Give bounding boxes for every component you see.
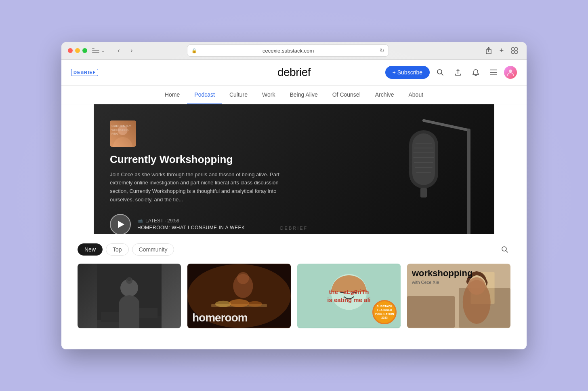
podcast-title: Currently Workshopping xyxy=(110,153,288,166)
header-actions: + Subscribe xyxy=(385,65,517,80)
site-header: debrief debrief + Subscribe xyxy=(61,60,527,86)
play-button[interactable] xyxy=(110,214,131,234)
post-thumbnail-2: homeroom xyxy=(187,264,291,328)
traffic-lights xyxy=(68,48,87,53)
reload-button[interactable]: ↻ xyxy=(380,47,384,54)
podcast-player: 📹 LATEST · 29:59 HOMEROOM: WHAT I CONSUM… xyxy=(110,214,288,234)
nav-work[interactable]: Work xyxy=(255,86,282,104)
mic-background xyxy=(254,104,494,234)
podcast-thumbnail[interactable]: CURRENTLY WORKSHOP- PING xyxy=(110,120,136,147)
minimize-button[interactable] xyxy=(75,48,80,53)
algo-title: the ~aLg0riThis eating me ali xyxy=(327,288,371,304)
play-icon xyxy=(118,221,124,228)
svg-text:WORKSHOP-: WORKSHOP- xyxy=(111,129,130,131)
url-text: cecexie.substack.com xyxy=(200,48,377,54)
svg-line-6 xyxy=(424,120,469,130)
share-button[interactable] xyxy=(483,45,494,56)
upload-button[interactable] xyxy=(451,65,465,80)
content-section: New Top Community xyxy=(61,234,527,338)
post-thumbnail-1 xyxy=(78,264,181,328)
svg-point-35 xyxy=(215,300,231,307)
svg-rect-17 xyxy=(420,188,427,197)
podcast-hero: CURRENTLY WORKSHOP- PING Currently Works… xyxy=(94,104,494,234)
svg-rect-0 xyxy=(512,48,514,50)
browser-window: ⌄ ‹ › 🔒 cecexie.substack.com ↻ + deb xyxy=(61,42,527,349)
avatar[interactable] xyxy=(504,66,517,79)
post-thumbnail-3: the ~aLg0riThis eating me ali SUBSTACKFE… xyxy=(297,264,401,328)
forward-button[interactable]: › xyxy=(126,45,137,56)
episode-title: HOMEROOM: WHAT I CONSUME IN A WEEK xyxy=(137,225,245,230)
svg-rect-2 xyxy=(512,51,514,53)
site-nav: Home Podcast Culture Work Being Alive Of… xyxy=(61,86,527,104)
workshopping-title: workshopping xyxy=(412,268,506,278)
svg-point-36 xyxy=(229,299,249,307)
homeroom-overlay: homeroom xyxy=(187,307,291,328)
back-button[interactable]: ‹ xyxy=(113,45,124,56)
episode-meta: 📹 LATEST · 29:59 xyxy=(137,218,245,224)
svg-point-4 xyxy=(437,70,442,74)
svg-text:CURRENTLY: CURRENTLY xyxy=(111,124,131,128)
svg-point-19 xyxy=(118,125,128,135)
filter-community[interactable]: Community xyxy=(132,243,174,256)
notifications-button[interactable] xyxy=(468,65,483,80)
content-filters: New Top Community xyxy=(78,243,510,256)
search-button[interactable] xyxy=(433,65,447,80)
site-title: debrief xyxy=(277,66,311,79)
svg-text:PING: PING xyxy=(111,132,118,135)
video-icon: 📹 xyxy=(137,218,143,224)
svg-rect-9 xyxy=(412,133,435,185)
lock-icon: 🔒 xyxy=(191,48,197,53)
nav-of-counsel[interactable]: Of Counsel xyxy=(325,86,368,104)
close-button[interactable] xyxy=(68,48,73,53)
nav-culture[interactable]: Culture xyxy=(222,86,255,104)
filter-top[interactable]: Top xyxy=(106,243,129,256)
nav-being-alive[interactable]: Being Alive xyxy=(282,86,325,104)
subscribe-button[interactable]: + Subscribe xyxy=(385,66,430,79)
nav-about[interactable]: About xyxy=(401,86,430,104)
hero-content: CURRENTLY WORKSHOP- PING Currently Works… xyxy=(110,120,288,234)
nav-home[interactable]: Home xyxy=(158,86,187,104)
posts-grid: homeroom xyxy=(78,264,510,328)
algo-badge: SUBSTACKFEATUREDPUBLICATION2023 xyxy=(372,297,397,324)
sidebar-icon xyxy=(92,48,99,53)
svg-point-5 xyxy=(509,70,512,73)
nav-controls: ‹ › xyxy=(113,45,137,56)
tabs-button[interactable] xyxy=(509,45,520,56)
post-thumbnail-4: workshopping with Cece Xie xyxy=(407,264,510,328)
svg-point-31 xyxy=(127,277,131,281)
episode-label: LATEST · 29:59 xyxy=(145,218,179,224)
podcast-description: Join Cece as she works through the peril… xyxy=(110,171,288,204)
menu-button[interactable] xyxy=(486,65,501,80)
svg-point-23 xyxy=(502,247,506,251)
maximize-button[interactable] xyxy=(82,48,87,53)
nav-podcast[interactable]: Podcast xyxy=(187,86,222,104)
website-content: debrief debrief + Subscribe xyxy=(61,60,527,349)
post-card-2[interactable]: homeroom xyxy=(187,264,291,328)
sidebar-toggle[interactable]: ⌄ xyxy=(92,48,105,53)
browser-actions: + xyxy=(483,45,520,56)
svg-rect-18 xyxy=(110,120,136,147)
site-logo: debrief xyxy=(71,69,98,76)
svg-rect-1 xyxy=(515,48,517,50)
svg-point-37 xyxy=(248,301,262,306)
nav-archive[interactable]: Archive xyxy=(368,86,401,104)
address-bar[interactable]: 🔒 cecexie.substack.com ↻ xyxy=(187,44,389,57)
workshopping-content: workshopping with Cece Xie xyxy=(407,264,510,328)
filter-new[interactable]: New xyxy=(78,243,103,256)
address-bar-container: 🔒 cecexie.substack.com ↻ xyxy=(187,44,389,57)
svg-rect-3 xyxy=(515,51,517,53)
new-tab-button[interactable]: + xyxy=(496,45,507,56)
browser-titlebar: ⌄ ‹ › 🔒 cecexie.substack.com ↻ + xyxy=(61,42,527,60)
post-card-1[interactable] xyxy=(78,264,181,328)
episode-info: 📹 LATEST · 29:59 HOMEROOM: WHAT I CONSUM… xyxy=(137,218,245,230)
svg-point-39 xyxy=(237,272,249,284)
post-card-4[interactable]: workshopping with Cece Xie xyxy=(407,264,510,328)
filter-search-button[interactable] xyxy=(499,244,510,255)
homeroom-text: homeroom xyxy=(192,311,286,324)
workshopping-subtitle: with Cece Xie xyxy=(412,280,506,285)
post-card-3[interactable]: the ~aLg0riThis eating me ali SUBSTACKFE… xyxy=(297,264,401,328)
